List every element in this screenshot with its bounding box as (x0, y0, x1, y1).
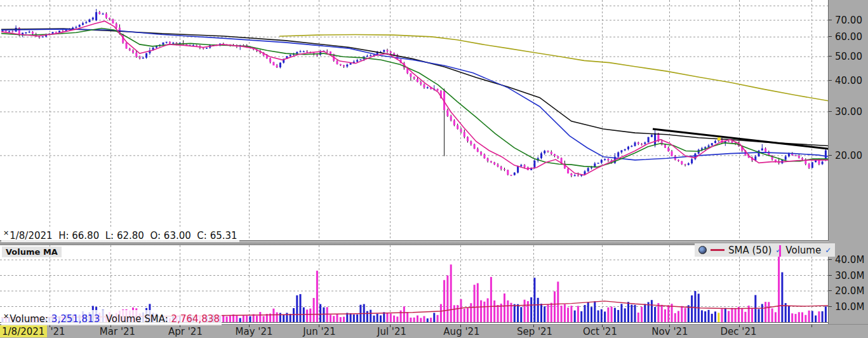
date-axis[interactable]: 1/8/2021 '21Mar '21Apr '21May '21Jun '21… (0, 324, 868, 338)
date-tick-label: Nov '21 (651, 326, 688, 337)
volume-label: Volume: (10, 313, 48, 325)
chart-window: 70.0060.0050.0040.0030.0020.0040.0M30.0M… (0, 0, 868, 338)
price-tick-label: 30.00 (835, 106, 862, 118)
date-axis-tick (602, 325, 603, 327)
ma-line-MA-50 (1, 29, 829, 160)
axis-tick (829, 36, 832, 37)
volume-pane-title: Volume MA (2, 247, 62, 257)
close-value: 65.31 (210, 230, 237, 241)
axis-tick (829, 20, 832, 20)
high-label: H: (58, 230, 69, 241)
date-axis-tick (249, 325, 250, 327)
date-tick-label: Sep '21 (517, 326, 552, 337)
date-axis-tick (460, 325, 461, 327)
low-label: L: (105, 230, 114, 241)
selected-date-chip: 1/8/2021 (0, 325, 47, 337)
volume-readout: ×Volume: 3,251,813 Volume SMA: 2,764,838 (1, 310, 222, 325)
date-axis-tick (739, 325, 740, 327)
date-tick-label: Mar '21 (100, 326, 135, 337)
date-tick-label: Oct '21 (583, 326, 617, 337)
sma-line-swatch (711, 249, 724, 251)
open-label: O: (150, 230, 161, 241)
close-icon[interactable]: × (3, 312, 9, 320)
date-tick-label: May '21 (236, 326, 273, 337)
close-icon[interactable]: × (3, 229, 9, 237)
ma-line-MA-10 (1, 21, 829, 175)
volume-tick-label: 40.0M (835, 254, 864, 266)
date-axis-tick (533, 325, 534, 327)
volume-dropdown-icon[interactable]: ✓ (825, 247, 831, 254)
date-axis-tick (319, 325, 319, 327)
volume-legend-label[interactable]: Volume (785, 245, 821, 256)
readout-date: 1/8/2021 (10, 230, 52, 241)
axis-tick (829, 80, 832, 81)
ma-line-MA-100 (1, 29, 829, 145)
ohlc-readout: ×1/8/2021 H: 66.80 L: 62.80 O: 63.00 C: … (1, 227, 239, 242)
price-tick-label: 50.00 (835, 51, 862, 62)
volume-tick-label: 10.0M (835, 301, 864, 313)
volume-sma-value: 2,764,838 (171, 313, 220, 325)
close-label: C: (197, 230, 207, 241)
volume-sma-label: Volume SMA: (106, 313, 168, 325)
low-value: 62.80 (117, 230, 144, 241)
axis-tick (829, 290, 832, 291)
date-tick-label: Apr '21 (168, 326, 203, 337)
sma-dropdown-icon[interactable]: ✓ (775, 247, 782, 254)
price-tick-label: 70.00 (835, 15, 862, 26)
globe-icon[interactable] (698, 246, 707, 254)
price-tick-label: 60.00 (835, 31, 862, 43)
date-axis-tick (669, 325, 670, 327)
axis-tick (829, 155, 832, 156)
date-axis-tick (811, 325, 812, 327)
date-tick-label: Dec '21 (720, 326, 756, 337)
date-axis-tick (390, 325, 391, 327)
axis-tick (829, 56, 832, 57)
axis-tick (829, 306, 832, 307)
price-axis[interactable]: 70.0060.0050.0040.0030.0020.0040.0M30.0M… (829, 0, 868, 324)
axis-tick (829, 111, 832, 112)
price-tick-label: 20.00 (835, 150, 862, 161)
volume-legend: SMA (50) ✓ Volume ✓ (695, 243, 835, 257)
ma-line-MA-20 (1, 29, 829, 167)
price-tick-label: 40.00 (835, 75, 862, 86)
ma-line-MA-200 (279, 35, 829, 101)
price-chart-canvas[interactable] (0, 0, 829, 240)
volume-value: 3,251,813 (51, 313, 100, 325)
axis-tick (829, 259, 832, 260)
open-value: 63.00 (164, 230, 191, 241)
sma-legend-label[interactable]: SMA (50) (728, 245, 771, 256)
date-tick-label: '21 (50, 326, 65, 337)
date-tick-label: Jun '21 (303, 326, 335, 337)
axis-tick (829, 275, 832, 276)
date-tick-label: Aug '21 (443, 326, 479, 337)
volume-tick-label: 20.0M (835, 285, 864, 297)
volume-tick-label: 30.0M (835, 270, 864, 281)
high-value: 66.80 (72, 230, 99, 241)
date-tick-label: Jul '21 (377, 326, 406, 337)
event-marker (718, 137, 721, 140)
